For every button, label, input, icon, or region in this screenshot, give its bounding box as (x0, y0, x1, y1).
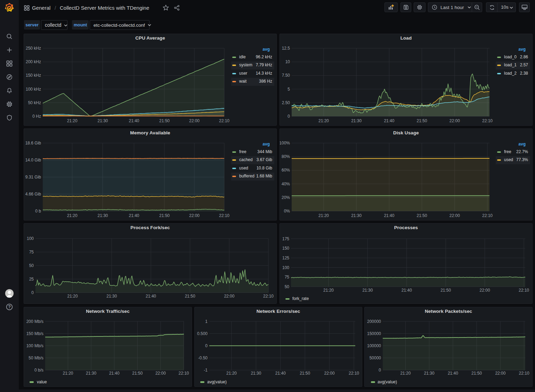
svg-text:60%: 60% (282, 168, 290, 173)
svg-text:250 kHz: 250 kHz (26, 46, 41, 51)
svg-text:100 Mb/s: 100 Mb/s (26, 343, 43, 348)
svg-text:100%: 100% (280, 141, 290, 145)
svg-text:22:10: 22:10 (482, 118, 493, 123)
svg-text:22:00: 22:00 (324, 371, 335, 376)
svg-text:2.50: 2.50 (282, 100, 290, 105)
svg-text:21:30: 21:30 (251, 371, 261, 376)
svg-text:14.0 Gib: 14.0 Gib (25, 158, 41, 162)
svg-text:0: 0 (287, 114, 290, 119)
svg-text:22:10: 22:10 (178, 371, 189, 376)
svg-text:22:10: 22:10 (263, 294, 274, 299)
svg-text:50000: 50000 (370, 356, 381, 360)
svg-text:0.500: 0.500 (197, 331, 208, 336)
svg-text:100: 100 (27, 236, 34, 241)
svg-text:200 kHz: 200 kHz (26, 59, 41, 64)
svg-text:21:40: 21:40 (448, 371, 458, 376)
svg-text:22:00: 22:00 (189, 213, 200, 218)
svg-text:200000: 200000 (367, 319, 381, 324)
svg-text:21:50: 21:50 (417, 118, 427, 123)
svg-text:22:10: 22:10 (349, 371, 359, 376)
svg-text:21:30: 21:30 (86, 371, 96, 376)
svg-text:22:10: 22:10 (519, 288, 529, 293)
svg-text:10: 10 (285, 59, 290, 64)
svg-text:21:20: 21:20 (318, 118, 329, 123)
svg-text:22:00: 22:00 (480, 288, 490, 293)
svg-text:21:20: 21:20 (63, 371, 73, 376)
svg-text:50 kHz: 50 kHz (28, 100, 41, 105)
svg-text:25: 25 (29, 277, 34, 282)
svg-text:22:10: 22:10 (482, 213, 493, 218)
svg-text:22:10: 22:10 (219, 118, 229, 123)
svg-text:21:20: 21:20 (67, 213, 78, 218)
svg-text:21:40: 21:40 (402, 288, 412, 293)
svg-text:20%: 20% (282, 195, 290, 200)
svg-text:150000: 150000 (367, 331, 381, 336)
svg-text:21:50: 21:50 (417, 213, 427, 218)
svg-text:75: 75 (29, 250, 34, 255)
svg-text:21:30: 21:30 (424, 371, 435, 376)
svg-text:0 b/s: 0 b/s (34, 368, 43, 373)
svg-text:21:40: 21:40 (109, 371, 120, 376)
svg-text:22:00: 22:00 (189, 118, 200, 123)
svg-text:50: 50 (285, 284, 290, 289)
svg-text:100: 100 (282, 265, 289, 270)
svg-text:21:40: 21:40 (275, 371, 286, 376)
svg-text:22:00: 22:00 (224, 294, 234, 299)
svg-text:50 Mb/s: 50 Mb/s (29, 356, 43, 360)
svg-text:21:20: 21:20 (323, 288, 334, 293)
svg-text:21:50: 21:50 (440, 288, 451, 293)
svg-text:18.6 Gib: 18.6 Gib (25, 141, 41, 145)
svg-text:21:40: 21:40 (129, 118, 139, 123)
svg-text:-0.50: -0.50 (198, 356, 208, 360)
svg-text:21:20: 21:20 (226, 371, 237, 376)
svg-text:200 Mb/s: 200 Mb/s (26, 319, 43, 324)
svg-text:21:30: 21:30 (106, 294, 117, 299)
svg-text:-1: -1 (204, 368, 208, 373)
svg-text:21:50: 21:50 (471, 371, 482, 376)
svg-text:22:00: 22:00 (449, 213, 460, 218)
svg-text:0: 0 (379, 368, 381, 373)
svg-text:175: 175 (282, 236, 289, 241)
svg-text:5: 5 (287, 87, 290, 92)
svg-text:21:40: 21:40 (129, 213, 139, 218)
svg-text:150: 150 (282, 246, 289, 251)
svg-text:21:20: 21:20 (400, 371, 411, 376)
svg-text:21:30: 21:30 (351, 213, 362, 218)
svg-text:21:40: 21:40 (384, 118, 394, 123)
svg-text:0%: 0% (284, 209, 290, 214)
svg-text:22:00: 22:00 (155, 371, 166, 376)
svg-text:125: 125 (282, 256, 289, 260)
svg-text:21:50: 21:50 (185, 294, 195, 299)
svg-text:22:00: 22:00 (495, 371, 505, 376)
svg-text:21:30: 21:30 (362, 288, 373, 293)
svg-text:40%: 40% (282, 182, 290, 186)
svg-text:1: 1 (205, 319, 208, 324)
svg-text:7.50: 7.50 (282, 73, 290, 78)
svg-text:75: 75 (285, 275, 290, 280)
svg-text:150 kHz: 150 kHz (26, 73, 41, 78)
svg-text:80%: 80% (282, 154, 290, 159)
svg-text:?: ? (8, 305, 11, 309)
svg-text:100 kHz: 100 kHz (26, 87, 41, 92)
svg-text:0: 0 (205, 343, 208, 348)
svg-text:21:50: 21:50 (300, 371, 310, 376)
svg-text:0 Hz: 0 Hz (32, 114, 41, 119)
svg-text:21:20: 21:20 (67, 294, 78, 299)
svg-text:21:30: 21:30 (351, 118, 362, 123)
svg-text:22:10: 22:10 (519, 371, 529, 376)
svg-text:0: 0 (31, 290, 34, 295)
svg-text:4.66 Gib: 4.66 Gib (25, 192, 41, 197)
svg-text:21:40: 21:40 (146, 294, 156, 299)
svg-text:21:50: 21:50 (132, 371, 143, 376)
svg-text:22:00: 22:00 (449, 118, 460, 123)
svg-text:22:10: 22:10 (219, 213, 229, 218)
svg-text:9.31 Gib: 9.31 Gib (25, 175, 41, 180)
svg-text:21:30: 21:30 (97, 213, 108, 218)
svg-text:21:20: 21:20 (318, 213, 329, 218)
svg-text:21:50: 21:50 (159, 118, 170, 123)
svg-text:21:20: 21:20 (67, 118, 78, 123)
svg-text:50: 50 (29, 263, 34, 268)
svg-text:21:30: 21:30 (97, 118, 108, 123)
svg-text:21:40: 21:40 (384, 213, 394, 218)
svg-text:21:50: 21:50 (159, 213, 170, 218)
